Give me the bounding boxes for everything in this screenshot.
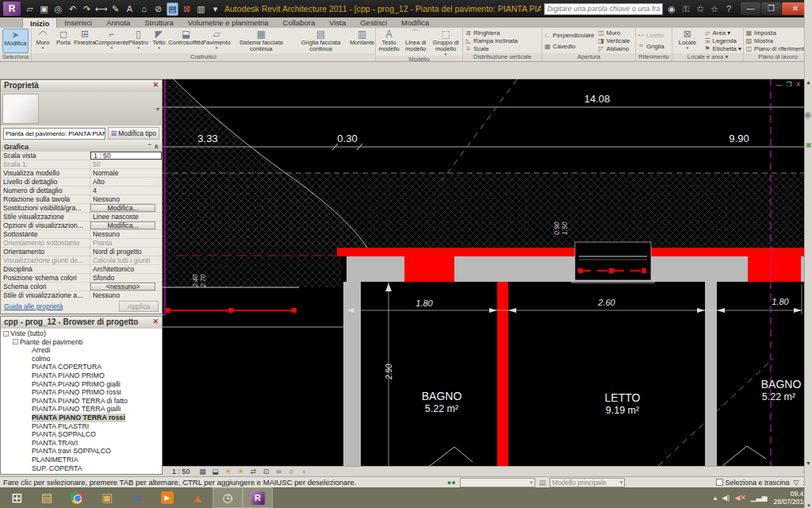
open-icon[interactable]: ▱: [24, 3, 36, 15]
locale-button[interactable]: ⊠ Locale ▾: [677, 29, 698, 53]
view-restore-icon[interactable]: ❐: [786, 81, 791, 88]
dim-v2b[interactable]: 1.50: [561, 221, 569, 235]
rampa-inclinata-button[interactable]: ◺ Rampa inclinata: [465, 37, 540, 45]
wall-grey-vertical-right[interactable]: [705, 282, 717, 466]
dim-mid[interactable]: 0.30: [337, 133, 357, 144]
text-icon[interactable]: A: [124, 3, 136, 15]
property-row[interactable]: Orientamento Nord di progetto: [1, 248, 162, 256]
save-icon[interactable]: ▣: [38, 3, 50, 15]
redo-icon[interactable]: ↷: [81, 3, 93, 15]
property-row[interactable]: Sottostante Nessuno: [1, 230, 162, 239]
visual-style-icon[interactable]: ⬓: [211, 468, 220, 475]
browser-close-icon[interactable]: ✕: [152, 318, 159, 328]
property-row[interactable]: Livello di dettaglio Alto: [1, 178, 162, 187]
view-minimize-icon[interactable]: —: [776, 81, 782, 88]
property-row[interactable]: Numero di dettaglio 4: [1, 187, 162, 195]
ribbon-tab[interactable]: Vista: [322, 17, 353, 28]
modifica-button[interactable]: ➤ Modifica: [2, 29, 29, 53]
scroll-down-icon[interactable]: ▼: [806, 503, 811, 508]
tree-expander-icon[interactable]: [25, 441, 30, 446]
tree-item[interactable]: PIANTA PIANO TERRA rossi: [1, 414, 162, 422]
start-button[interactable]: ⊞: [2, 487, 32, 508]
ribbon-tab[interactable]: Gestisci: [353, 17, 394, 28]
tree-item[interactable]: PIANTA TRAVI: [1, 439, 162, 448]
mostra-button[interactable]: ▨ Mostra: [745, 37, 810, 45]
aligned-dimension-icon[interactable]: ⟷: [95, 3, 107, 15]
area-button[interactable]: ▱ Area ▾: [704, 29, 741, 37]
temporary-hide-icon[interactable]: ∞: [274, 468, 284, 475]
griglia-facciata-continua-button[interactable]: ▤ Griglia facciata continua: [292, 29, 350, 53]
ribbon-tab[interactable]: Collabora: [276, 17, 323, 28]
wall-red-vertical[interactable]: [497, 282, 508, 466]
view-close-icon[interactable]: ✕: [795, 81, 801, 88]
tree-item[interactable]: Arredi: [1, 346, 162, 355]
dim-w1[interactable]: 1.80: [416, 298, 433, 308]
wall-red-block-right[interactable]: [748, 251, 801, 282]
tree-item[interactable]: PLANIMETRIA: [1, 456, 162, 464]
scroll-up-icon[interactable]: ▲: [805, 79, 812, 85]
tree-expander-icon[interactable]: [25, 465, 30, 471]
dim-top[interactable]: 14.08: [584, 93, 611, 105]
tree-expander-icon[interactable]: [25, 373, 30, 379]
floor-plan-viewport[interactable]: — ❐ ✕: [163, 79, 812, 466]
tree-item[interactable]: PIANTA PIANO TERRA gialli: [1, 405, 162, 414]
tree-expander-icon[interactable]: −: [3, 331, 9, 337]
tree-item[interactable]: PIANTA SOPPALCO: [1, 430, 162, 439]
view-scale[interactable]: 1 : 50: [172, 468, 190, 475]
section-grafica[interactable]: Grafica ⌃ ∧: [1, 141, 162, 152]
ribbon-tab[interactable]: Volumetrie e planimetria: [181, 17, 276, 28]
property-row[interactable]: Stile di visualizzazione a... Nessuno: [1, 291, 162, 299]
ringhiera-button[interactable]: ≣ Ringhiera: [465, 29, 540, 37]
chrome-button[interactable]: [62, 487, 92, 508]
dim-v1a[interactable]: 2.40: [191, 274, 199, 288]
viewcube-icon[interactable]: ▣: [806, 141, 812, 148]
select-drag-checkbox[interactable]: Seleziona e trascina: [716, 479, 790, 487]
room-area-letto[interactable]: 9.19 m²: [606, 405, 639, 416]
clock[interactable]: 09.41 28/07/2016: [773, 490, 807, 506]
tree-expander-icon[interactable]: [25, 364, 30, 370]
filter-icon[interactable]: ▽: [794, 479, 799, 487]
porta-button[interactable]: ◻ Porta: [53, 29, 74, 53]
property-row[interactable]: Stile visualizzazione Linee nascoste: [1, 213, 162, 221]
communication-icon[interactable]: ✩: [695, 4, 706, 14]
imposta-button[interactable]: ▦ Imposta: [745, 29, 810, 37]
piano-di-riferimento-button[interactable]: ◫ Piano di riferimento: [745, 45, 810, 53]
tree-item[interactable]: − Piante dei pavimenti: [1, 338, 162, 347]
sistema-facciata-continua-button[interactable]: ▦ Sistema facciata continua: [230, 29, 292, 53]
tree-expander-icon[interactable]: [25, 348, 30, 353]
property-row[interactable]: Visualizzazione giunti de... Calcola tut…: [1, 256, 162, 265]
tree-item[interactable]: SUP. COPERTA: [1, 464, 162, 473]
ribbon-tab[interactable]: Modifica: [394, 17, 436, 28]
property-row[interactable]: Schema colori <nessuno>: [1, 283, 162, 291]
property-row[interactable]: Scala 1: 50: [1, 160, 162, 169]
tree-item[interactable]: colmo: [1, 355, 162, 364]
tree-expander-icon[interactable]: [25, 423, 30, 429]
tree-item[interactable]: PIANTA PIANO PRIMO: [1, 371, 162, 380]
legenda-button[interactable]: ☰ Legenda: [704, 37, 741, 45]
section-icon[interactable]: ⊘: [152, 3, 164, 15]
property-row[interactable]: Opzioni di visualizzazion... Modifica...: [1, 221, 162, 230]
tetto-button[interactable]: ◤ Tetto ▾: [148, 29, 169, 53]
tree-item[interactable]: − Viste (tutto): [1, 329, 162, 338]
vertical-scrollbar[interactable]: ▲ ◉ ▣ ▼: [804, 79, 812, 466]
dim-v2a[interactable]: 0.90: [553, 221, 561, 235]
perpendicolare-button[interactable]: ∟ Perpendicolare: [544, 32, 594, 40]
controsoffitto-button[interactable]: ⬓ Controsoffitto: [169, 29, 202, 53]
sync-icon[interactable]: ◎: [52, 3, 64, 15]
vlc-button[interactable]: ▲: [182, 487, 213, 508]
testo-modello-button[interactable]: A Testo modello: [377, 29, 401, 56]
tree-expander-icon[interactable]: [25, 381, 30, 387]
muro-apertura-button[interactable]: ◫ Muro: [597, 29, 634, 37]
room-label-bagno-2[interactable]: BAGNO: [761, 378, 802, 391]
recorder-button[interactable]: ◷: [213, 487, 243, 508]
tree-expander-icon[interactable]: [25, 406, 30, 412]
muro-button[interactable]: ◠ Muro ▾: [33, 29, 53, 53]
pavimento-button[interactable]: ▱ Pavimento ▾: [203, 29, 231, 53]
property-row[interactable]: Scala vista 1 : 50: [1, 152, 162, 160]
tree-item[interactable]: PIANTA PIANO TERRA di fatto: [1, 397, 162, 406]
close-hidden-windows-icon[interactable]: ⊠: [181, 3, 193, 15]
help-icon[interactable]: ?: [723, 4, 734, 13]
type-selector[interactable]: Pianta del pavimento: PIANTA PIANI▾: [3, 128, 105, 140]
tree-item[interactable]: PIANTA COPERTURA: [1, 363, 162, 371]
photos-button[interactable]: ▣: [92, 487, 122, 508]
